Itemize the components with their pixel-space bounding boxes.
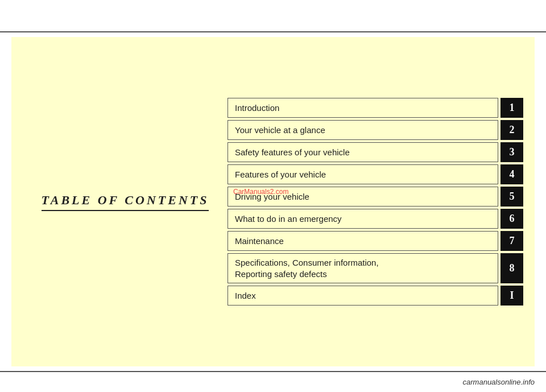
table-row[interactable]: IndexI <box>228 286 523 306</box>
top-divider <box>0 31 546 32</box>
toc-item-number: I <box>500 286 523 306</box>
table-row[interactable]: Introduction1 <box>228 98 523 118</box>
main-content: TABLE OF CONTENTS Introduction1Your vehi… <box>11 37 535 366</box>
left-panel: TABLE OF CONTENTS <box>23 48 228 355</box>
table-row[interactable]: Your vehicle at a glance2 <box>228 120 523 140</box>
table-row[interactable]: What to do in an emergency6 <box>228 209 523 229</box>
toc-item-number: 2 <box>500 120 523 140</box>
toc-item-label: What to do in an emergency <box>228 209 498 229</box>
toc-item-label: Your vehicle at a glance <box>228 120 498 140</box>
table-row[interactable]: Features of your vehicle4 <box>228 164 523 184</box>
toc-item-label: Safety features of your vehicle <box>228 142 498 162</box>
toc-item-number: 8 <box>500 253 523 283</box>
table-row[interactable]: Driving your vehicle5 <box>228 187 523 207</box>
table-row[interactable]: Safety features of your vehicle3 <box>228 142 523 162</box>
toc-item-label: Maintenance <box>228 231 498 251</box>
toc-item-number: 4 <box>500 164 523 184</box>
toc-item-label: Specifications, Consumer information,Rep… <box>228 253 498 283</box>
toc-title: TABLE OF CONTENTS <box>42 193 209 211</box>
toc-item-label: Index <box>228 286 498 306</box>
toc-item-number: 7 <box>500 231 523 251</box>
toc-item-label: Features of your vehicle <box>228 164 498 184</box>
toc-list: Introduction1Your vehicle at a glance2Sa… <box>228 98 523 306</box>
toc-item-number: 3 <box>500 142 523 162</box>
toc-item-label: Driving your vehicle <box>228 187 498 207</box>
toc-item-label: Introduction <box>228 98 498 118</box>
page-container: TABLE OF CONTENTS Introduction1Your vehi… <box>0 0 546 392</box>
toc-item-number: 1 <box>500 98 523 118</box>
footer-text: carmanualsonline.info <box>463 378 535 386</box>
table-row[interactable]: Maintenance7 <box>228 231 523 251</box>
footer-bar: carmanualsonline.info <box>0 372 546 392</box>
table-row[interactable]: Specifications, Consumer information,Rep… <box>228 253 523 283</box>
toc-item-number: 5 <box>500 187 523 207</box>
toc-item-number: 6 <box>500 209 523 229</box>
